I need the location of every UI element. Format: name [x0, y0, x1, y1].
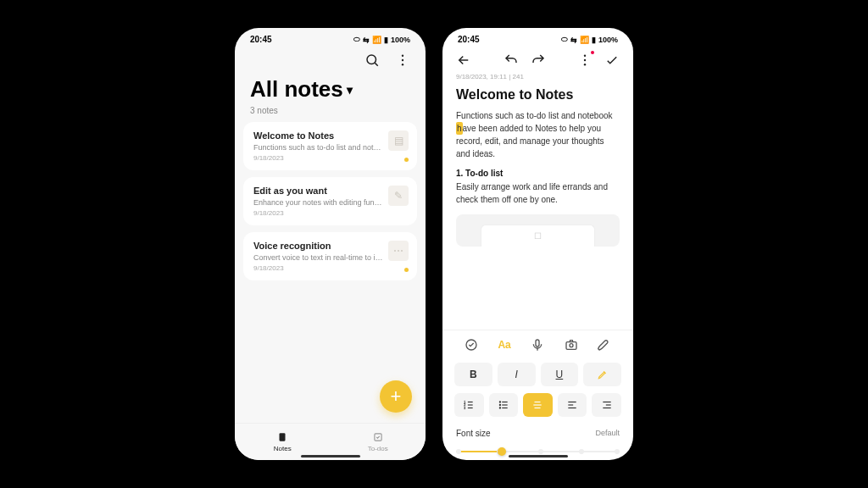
editor-body[interactable]: Welcome to Notes Functions such as to-do… — [442, 80, 633, 330]
search-icon[interactable] — [364, 53, 380, 68]
new-note-fab[interactable]: + — [380, 380, 412, 413]
more-icon[interactable] — [395, 53, 410, 68]
svg-point-26 — [499, 408, 500, 408]
note-editor-screen: 20:45 ⬭⇆📶▮100% 9/18/2023, 19:11 | 241 — [442, 28, 633, 460]
note-title: Voice recognition — [253, 241, 407, 251]
align-row: 123 — [442, 390, 633, 420]
svg-rect-11 — [536, 340, 539, 347]
todos-icon — [372, 431, 384, 443]
camera-tab[interactable] — [562, 337, 581, 352]
nav-label: To-dos — [368, 445, 388, 452]
text-format-label: Aa — [498, 339, 510, 351]
align-center-button[interactable] — [523, 393, 553, 417]
checklist-tab[interactable] — [462, 337, 481, 352]
checkbox-icon: ☐ — [481, 225, 595, 247]
svg-point-8 — [584, 59, 586, 61]
svg-text:3: 3 — [464, 407, 465, 410]
accent-dot — [404, 158, 409, 162]
note-preview: Enhance your notes with editing function… — [253, 198, 407, 207]
note-title: Welcome to Notes — [253, 130, 407, 141]
status-time: 20:45 — [250, 35, 272, 44]
underline-button[interactable]: U — [541, 363, 579, 386]
header: All notes▾ 3 notes — [235, 73, 426, 122]
note-card[interactable]: Welcome to Notes Functions such as to-do… — [243, 122, 417, 170]
svg-point-4 — [402, 64, 403, 65]
italic-button[interactable]: I — [498, 363, 536, 386]
notes-list-screen: 20:45 ⬭⇆📶▮100% All notes▾ 3 notes Welcom… — [235, 28, 426, 460]
list-bullet-button[interactable] — [489, 393, 519, 417]
font-size-section: Font size Default — [442, 420, 633, 460]
svg-rect-5 — [280, 433, 286, 441]
align-left-button[interactable] — [558, 393, 587, 417]
page-title[interactable]: All notes▾ — [250, 76, 410, 103]
status-indicators: ⬭⇆📶▮100% — [353, 35, 410, 44]
note-meta: 9/18/2023, 19:11 | 241 — [442, 73, 633, 80]
note-date: 9/18/2023 — [253, 264, 407, 272]
confirm-icon[interactable] — [604, 53, 620, 68]
redo-icon[interactable] — [531, 53, 546, 68]
note-thumb-icon: ⋯ — [388, 241, 409, 261]
note-title: Welcome to Notes — [456, 87, 620, 103]
note-thumb-icon: ▤ — [388, 130, 409, 151]
slider-thumb[interactable] — [498, 447, 506, 456]
svg-line-1 — [375, 63, 377, 65]
note-card[interactable]: Edit as you want Enhance your notes with… — [243, 177, 417, 225]
note-preview: Convert voice to text in real-time to im… — [253, 253, 407, 262]
text-format-tab[interactable]: Aa — [495, 337, 514, 352]
chevron-down-icon: ▾ — [347, 83, 353, 97]
format-row: B I U — [442, 359, 633, 390]
svg-point-14 — [570, 344, 573, 347]
voice-tab[interactable] — [528, 337, 547, 352]
svg-point-9 — [584, 64, 586, 65]
notes-icon — [276, 431, 288, 443]
accent-dot — [404, 268, 409, 272]
list-numbered-button[interactable]: 123 — [454, 393, 484, 417]
text-highlight: h — [456, 122, 463, 135]
note-preview: Functions such as to-do list and noteboo… — [253, 143, 407, 152]
svg-point-0 — [367, 55, 376, 64]
status-bar: 20:45 ⬭⇆📶▮100% — [442, 28, 633, 47]
svg-point-2 — [402, 55, 403, 57]
home-indicator — [509, 455, 568, 458]
note-list: Welcome to Notes Functions such as to-do… — [235, 122, 426, 280]
top-bar — [235, 47, 426, 73]
status-indicators: ⬭⇆📶▮100% — [561, 35, 618, 44]
note-title: Edit as you want — [253, 186, 407, 196]
more-icon[interactable] — [577, 53, 593, 68]
embedded-image-placeholder: ☐ — [456, 214, 620, 247]
status-time: 20:45 — [458, 35, 480, 44]
tool-tabs: Aa — [442, 330, 633, 359]
back-icon[interactable] — [456, 53, 471, 68]
note-paragraph: Functions such as to-do list and noteboo… — [456, 109, 620, 160]
section-heading: 1. To-do list — [456, 169, 620, 178]
svg-point-7 — [584, 55, 586, 57]
note-thumb-icon: ✎ — [388, 186, 409, 206]
svg-point-3 — [402, 59, 403, 61]
nav-label: Notes — [274, 445, 292, 452]
note-paragraph: Easily arrange work and life errands and… — [456, 180, 620, 206]
highlight-button[interactable] — [583, 363, 621, 386]
home-indicator — [301, 455, 360, 458]
plus-icon: + — [391, 385, 402, 408]
svg-point-25 — [499, 404, 500, 405]
undo-icon[interactable] — [504, 53, 519, 68]
font-size-value: Default — [595, 429, 620, 438]
draw-tab[interactable] — [595, 337, 614, 352]
svg-rect-13 — [566, 342, 576, 350]
svg-point-24 — [499, 402, 500, 402]
note-count: 3 notes — [250, 106, 410, 115]
align-right-button[interactable] — [592, 393, 621, 417]
editor-topbar — [442, 47, 633, 73]
bold-button[interactable]: B — [454, 363, 492, 386]
status-bar: 20:45 ⬭⇆📶▮100% — [235, 28, 426, 47]
font-size-label: Font size — [456, 429, 491, 438]
note-date: 9/18/2023 — [253, 154, 407, 162]
note-card[interactable]: Voice recognition Convert voice to text … — [243, 232, 417, 280]
note-date: 9/18/2023 — [253, 209, 407, 217]
